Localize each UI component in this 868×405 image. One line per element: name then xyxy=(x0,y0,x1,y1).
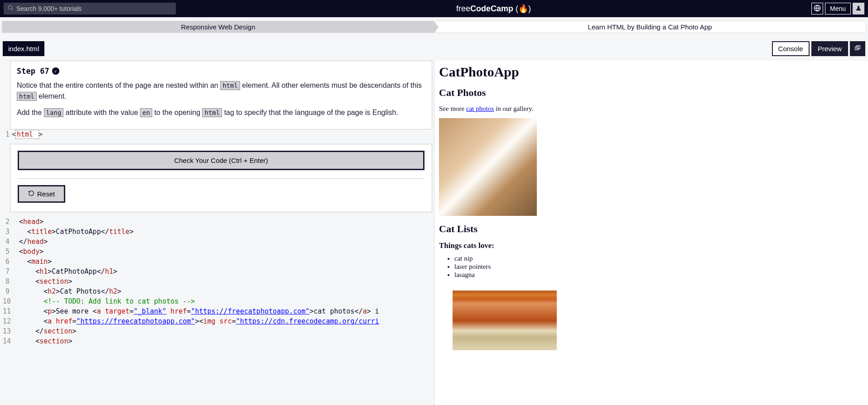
line-number: 6 xyxy=(3,257,11,266)
line-number: 14 xyxy=(3,337,11,345)
editor-row: 12 <a href="https://freecatphotoapp.com"… xyxy=(2,316,432,326)
t: < xyxy=(12,130,16,138)
t: in our gallery. xyxy=(494,105,533,112)
file-tab-index[interactable]: index.html xyxy=(3,41,44,56)
code-line[interactable]: <a href="https://freecatphotoapp.com"><i… xyxy=(11,317,379,325)
line-number: 8 xyxy=(3,277,11,286)
toolbar: index.html Console Preview xyxy=(0,37,868,61)
line-number: 1 xyxy=(3,130,11,138)
t: element. All other elements must be desc… xyxy=(240,81,422,89)
t: Add the xyxy=(17,109,44,116)
editor-row: 9 <h2>Cat Photos</h2> xyxy=(2,286,432,296)
breadcrumb-bar: Responsive Web Design Learn HTML by Buil… xyxy=(0,17,868,37)
divider xyxy=(18,178,424,179)
popout-icon xyxy=(854,45,861,52)
step-title-text: Step 67 xyxy=(17,67,49,76)
toolbar-right: Console Preview xyxy=(772,41,865,56)
t: attribute with the value xyxy=(63,109,140,116)
line-number: 13 xyxy=(3,327,11,335)
code-line[interactable]: <!-- TODO: Add link to cat photos --> xyxy=(11,297,195,305)
t: See more xyxy=(439,105,466,112)
preview-pane: CatPhotoApp Cat Photos See more cat phot… xyxy=(434,61,868,405)
code-lang: lang xyxy=(44,108,64,117)
list-item: lasagna xyxy=(454,271,863,279)
preview-button[interactable]: Preview xyxy=(811,41,848,56)
preview-see-more: See more cat photos in our gallery. xyxy=(439,105,863,113)
action-panel: Check Your Code (Ctrl + Enter) Reset xyxy=(10,144,432,212)
header-right: Menu xyxy=(811,3,864,14)
editor-row-editable: 1 <> xyxy=(2,129,432,139)
breadcrumb-course[interactable]: Responsive Web Design xyxy=(2,21,434,33)
editor-row: 2 <head> xyxy=(2,217,432,227)
line-number: 11 xyxy=(3,307,11,315)
code-line[interactable]: <p>See more <a target="_blank" href="htt… xyxy=(11,307,379,315)
code-line[interactable]: </head> xyxy=(11,238,48,246)
line-number: 10 xyxy=(3,297,11,305)
t: element. xyxy=(37,92,67,100)
reset-button[interactable]: Reset xyxy=(18,185,65,203)
menu-button[interactable]: Menu xyxy=(825,3,851,14)
line-number: 2 xyxy=(3,218,11,226)
line-number: 7 xyxy=(3,267,11,276)
preview-h2-photos: Cat Photos xyxy=(439,87,863,99)
language-button[interactable] xyxy=(811,3,823,14)
preview-love-list: cat niplaser pointerslasagna xyxy=(439,255,863,279)
globe-icon xyxy=(814,5,821,13)
split-layout: Step 67 ✓ Notice that the entire content… xyxy=(0,61,868,405)
console-button[interactable]: Console xyxy=(772,41,810,56)
code-block[interactable]: 2 <head>3 <title>CatPhotoApp</title>4 </… xyxy=(2,217,432,346)
line-number: 5 xyxy=(3,248,11,256)
t: > xyxy=(39,130,43,138)
instruction-p2: Add the lang attribute with the value en… xyxy=(17,107,425,118)
code-line[interactable]: <section> xyxy=(11,277,72,286)
preview-h1: CatPhotoApp xyxy=(439,64,863,80)
fire-icon: (🔥) xyxy=(513,4,531,13)
brand-text-thin: free xyxy=(456,4,470,13)
preview-cat-image[interactable] xyxy=(439,118,537,216)
check-code-button[interactable]: Check Your Code (Ctrl + Enter) xyxy=(18,151,424,170)
code-line[interactable]: <title>CatPhotoApp</title> xyxy=(11,228,134,236)
editor-pane: Step 67 ✓ Notice that the entire content… xyxy=(0,61,434,405)
code-line[interactable]: <section> xyxy=(11,337,72,345)
popout-button[interactable] xyxy=(850,41,865,56)
code-html1: html xyxy=(220,81,240,90)
instructions-panel: Step 67 ✓ Notice that the entire content… xyxy=(10,61,432,129)
breadcrumb: Responsive Web Design Learn HTML by Buil… xyxy=(2,21,866,33)
code-line[interactable]: <h2>Cat Photos</h2> xyxy=(11,287,121,295)
code-line[interactable]: <head> xyxy=(11,218,43,226)
preview-h3-love: Things cats love: xyxy=(439,241,863,250)
svg-point-4 xyxy=(858,6,860,8)
breadcrumb-lesson[interactable]: Learn HTML by Building a Cat Photo App xyxy=(434,21,866,33)
editor-row: 11 <p>See more <a target="_blank" href="… xyxy=(2,306,432,316)
editor-row: 3 <title>CatPhotoApp</title> xyxy=(2,227,432,237)
avatar-button[interactable] xyxy=(853,3,864,14)
search-input[interactable] xyxy=(4,3,176,14)
line-number: 9 xyxy=(3,287,11,295)
code-line[interactable]: </section> xyxy=(11,327,77,335)
code-input[interactable] xyxy=(16,130,39,138)
line-number: 3 xyxy=(3,228,11,236)
brand-logo: freeCodeCamp (🔥) xyxy=(179,4,808,14)
code-html3: html xyxy=(202,108,222,117)
editor-row: 5 <body> xyxy=(2,247,432,257)
check-icon: ✓ xyxy=(52,67,59,75)
code-en: en xyxy=(140,108,152,117)
file-tabs: index.html xyxy=(3,41,44,56)
preview-lasagna-image[interactable] xyxy=(453,285,557,350)
code-line[interactable]: <body> xyxy=(11,248,43,256)
list-item: cat nip xyxy=(454,255,863,262)
code-line[interactable]: <main> xyxy=(11,257,52,266)
step-title: Step 67 ✓ xyxy=(17,67,425,76)
code-html2: html xyxy=(17,92,37,101)
list-item: laser pointers xyxy=(454,263,863,271)
t: tag to specify that the language of the … xyxy=(222,109,398,116)
t: to the opening xyxy=(152,109,202,116)
brand-text-bold: CodeCamp xyxy=(470,4,513,13)
editable-region[interactable]: <> xyxy=(11,130,43,138)
search-wrap xyxy=(4,3,176,14)
code-line[interactable]: <h1>CatPhotoApp</h1> xyxy=(11,267,117,276)
preview-link-catphotos[interactable]: cat photos xyxy=(466,105,494,112)
preview-h2-lists: Cat Lists xyxy=(439,223,863,235)
line-number: 12 xyxy=(3,317,11,325)
instruction-p1: Notice that the entire contents of the p… xyxy=(17,80,425,102)
